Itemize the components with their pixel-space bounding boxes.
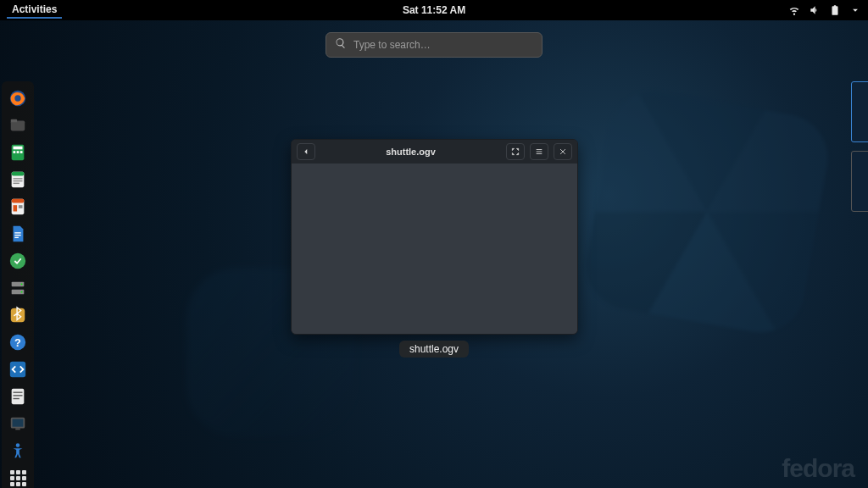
svg-rect-19: [14, 235, 20, 236]
document-icon[interactable]: [8, 224, 28, 244]
svg-rect-10: [12, 172, 25, 176]
battery-icon[interactable]: [829, 4, 841, 16]
svg-text:?: ?: [14, 336, 21, 349]
dash: ?: [2, 81, 34, 488]
svg-rect-17: [19, 205, 23, 208]
screenshot-icon[interactable]: [8, 413, 28, 434]
window-titlebar: shuttle.ogv: [292, 140, 577, 164]
writer-icon[interactable]: [8, 169, 28, 190]
menu-button[interactable]: [530, 143, 548, 160]
software-icon[interactable]: [8, 251, 28, 271]
svg-rect-6: [14, 151, 16, 153]
svg-rect-8: [20, 151, 23, 153]
bluetooth-icon[interactable]: [8, 305, 28, 325]
show-apps-button[interactable]: [8, 468, 28, 488]
svg-rect-26: [11, 308, 25, 323]
window-title: shuttle.ogv: [315, 147, 506, 157]
search-icon: [335, 37, 347, 53]
search-input[interactable]: [353, 39, 533, 51]
help-icon[interactable]: ?: [8, 332, 28, 352]
text-icon[interactable]: [8, 386, 28, 407]
volume-icon[interactable]: [809, 4, 821, 16]
svg-rect-18: [14, 232, 20, 233]
svg-rect-31: [14, 392, 23, 393]
disks-icon[interactable]: [8, 278, 28, 298]
top-bar: Activities Sat 11:52 AM: [0, 0, 868, 20]
workspace-switcher: [851, 81, 868, 212]
svg-point-21: [10, 253, 25, 269]
svg-point-25: [21, 291, 23, 293]
close-button[interactable]: [554, 143, 572, 160]
firefox-icon[interactable]: [8, 88, 28, 108]
svg-point-1: [14, 95, 20, 101]
fedora-logo: fedora: [782, 454, 854, 483]
svg-rect-20: [14, 237, 19, 238]
svg-rect-15: [12, 199, 25, 203]
svg-rect-5: [14, 147, 23, 150]
activities-button[interactable]: Activities: [7, 2, 62, 19]
svg-rect-30: [12, 389, 25, 404]
impress-icon[interactable]: [8, 197, 28, 217]
svg-rect-3: [11, 119, 17, 123]
window-label: shuttle.ogv: [399, 341, 469, 358]
code-icon[interactable]: [8, 359, 28, 380]
svg-point-37: [16, 443, 20, 447]
back-button[interactable]: [297, 143, 315, 160]
svg-rect-16: [14, 205, 18, 211]
calc-icon[interactable]: [8, 142, 28, 163]
accessibility-icon[interactable]: [8, 441, 28, 461]
system-menu-icon[interactable]: [849, 4, 861, 16]
svg-rect-33: [14, 398, 19, 399]
video-player-window[interactable]: shuttle.ogv: [291, 139, 578, 335]
svg-rect-12: [14, 180, 23, 181]
svg-rect-11: [14, 178, 23, 179]
workspace-thumb-1[interactable]: [851, 81, 868, 142]
system-tray: [788, 4, 861, 16]
svg-rect-35: [13, 419, 24, 427]
search-bar[interactable]: [326, 32, 542, 58]
video-area[interactable]: [292, 164, 577, 334]
svg-point-24: [21, 284, 23, 286]
fullscreen-button[interactable]: [506, 143, 525, 160]
svg-rect-7: [17, 151, 19, 153]
workspace-thumb-2[interactable]: [851, 151, 868, 212]
svg-rect-32: [14, 395, 23, 396]
wifi-icon[interactable]: [788, 4, 800, 16]
svg-rect-13: [14, 183, 19, 184]
files-icon[interactable]: [8, 115, 28, 136]
clock[interactable]: Sat 11:52 AM: [403, 4, 465, 16]
svg-rect-36: [15, 429, 20, 430]
